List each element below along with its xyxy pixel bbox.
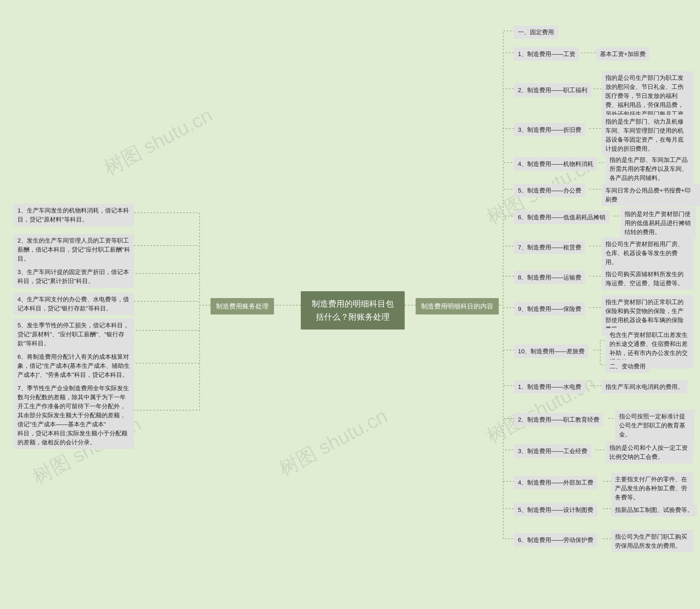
left-item-4[interactable]: 4、生产车间支付的办公费、水电费等，借记本科目，贷记"银行存款"等科目。: [14, 293, 134, 315]
right-heading-fixed[interactable]: 一、固定费用: [514, 25, 558, 39]
right-var-2[interactable]: 2、制造费用——职工教育经费: [514, 413, 603, 426]
left-item-1[interactable]: 1、生产车间发生的机物料消耗，借记本科目，贷记"原材料"等科目。: [14, 204, 134, 226]
right-item-3-desc[interactable]: 指的是生产部门、动力及机修车间、车间管理部门使用的机器设备等固定资产，在每月底计…: [601, 115, 693, 155]
watermark: 树图 shutu.cn: [274, 403, 392, 482]
right-var-5-desc[interactable]: 指新品加工制图、试验费等。: [611, 503, 697, 517]
right-var-6[interactable]: 6、制造费用——劳动保护费: [514, 533, 597, 547]
right-item-6-desc[interactable]: 指的是对生产资材部门使用的低值易耗品进行摊销结转的费用。: [621, 207, 696, 239]
right-item-1-desc[interactable]: 基本工资+加班费: [596, 47, 649, 61]
right-var-4-desc[interactable]: 主要指支付厂外的零件、在产品发生的各种加工费、劳务费等。: [611, 472, 693, 504]
right-var-6-desc[interactable]: 指公司为生产部门职工购买劳保用品所发生的费用。: [611, 530, 693, 552]
right-var-3-desc[interactable]: 指的是公司和个人按一定工资比例交纳的工会费。: [606, 441, 693, 464]
branch-right[interactable]: 制造费用明细科目的内容: [416, 298, 499, 314]
right-var-4[interactable]: 4、制造费用——外部加工费: [514, 476, 597, 489]
right-item-7[interactable]: 7、制造费用——租赁费: [514, 241, 585, 254]
right-var-3[interactable]: 3、制造费用——工会经费: [514, 445, 591, 458]
right-item-8[interactable]: 8、制造费用——运输费: [514, 271, 585, 284]
right-item-9[interactable]: 9、制造费用——保险费: [514, 302, 585, 316]
right-item-5[interactable]: 5、制造费用——办公费: [514, 184, 585, 197]
right-var-5[interactable]: 5、制造费用——设计制图费: [514, 503, 597, 517]
watermark: 树图 shutu.cn: [99, 102, 217, 181]
right-item-8-desc[interactable]: 指公司购买原辅材料所发生的海运费、空运费、陆运费等。: [601, 267, 693, 290]
left-item-6[interactable]: 6、将制造费用分配计入有关的成本核算对象，借记"生产成本(基本生产成本、辅助生产…: [14, 350, 134, 382]
right-item-3[interactable]: 3、制造费用——折旧费: [514, 123, 585, 137]
right-heading-variable[interactable]: 二、变动费用: [606, 360, 649, 373]
right-item-5-desc[interactable]: 车间日常办公用品费+书报费+印刷费: [601, 184, 700, 206]
left-item-2[interactable]: 2、发生的生产车间管理人员的工资等职工薪酬，借记本科目，贷记"应付职工薪酬"科目…: [14, 234, 134, 265]
right-item-10[interactable]: 10、制造费用——差旅费: [514, 345, 589, 358]
right-item-6[interactable]: 6、制造费用——低值易耗品摊销: [514, 211, 609, 224]
right-item-4[interactable]: 4、制造费用——机物料消耗: [514, 157, 597, 171]
left-item-5[interactable]: 5、发生季节性的停工损失，借记本科目，贷记"原材料"、"应付职工薪酬"、"银行存…: [14, 318, 134, 350]
left-item-3[interactable]: 3、生产车间计提的固定资产折旧，借记本科目，贷记"累计折旧"科目。: [14, 265, 134, 288]
root-node[interactable]: 制造费用的明细科目包括什么？附账务处理: [301, 291, 405, 330]
right-var-2-desc[interactable]: 指公司按照一定标准计提公司生产部职工的教育基金。: [615, 410, 695, 441]
branch-left[interactable]: 制造费用账务处理: [211, 298, 274, 314]
right-item-2[interactable]: 2、制造费用——职工福利: [514, 83, 591, 97]
right-var-1-desc[interactable]: 指生产车间水电消耗的费用。: [601, 380, 687, 394]
left-item-7[interactable]: 7、季节性生产企业制造费用全年实际发生数与分配数的差额，除其中属于为下一年开工生…: [14, 382, 134, 449]
right-item-1[interactable]: 1、制造费用——工资: [514, 47, 579, 61]
right-item-4-desc[interactable]: 指的是生产部、车间加工产品所需共用的零配件以及车间、各产品的共同辅料。: [606, 153, 693, 185]
right-var-1[interactable]: 1、制造费用——水电费: [514, 380, 585, 394]
right-item-7-desc[interactable]: 指公司生产资材部租用厂房、仓库、机器设备等发生的费用。: [601, 237, 693, 269]
